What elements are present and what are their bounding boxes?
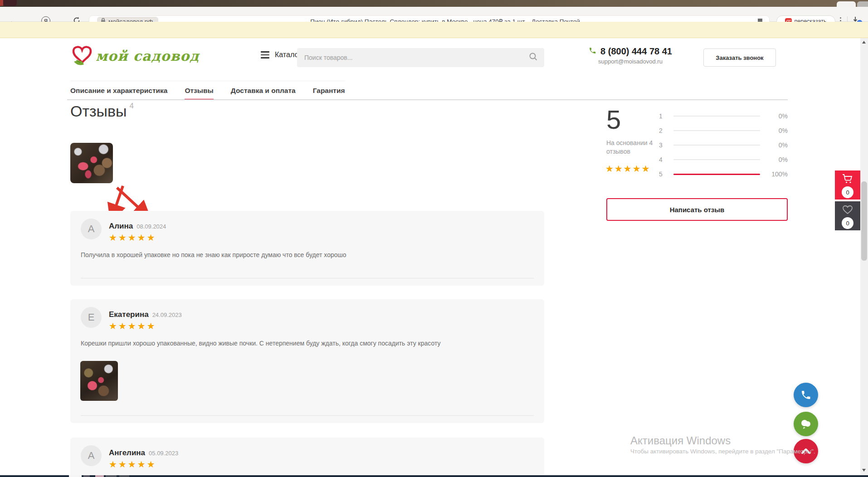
distribution-bar [673, 145, 760, 146]
distribution-row: 4 0% [659, 152, 788, 167]
catalog-button[interactable]: Каталог [261, 51, 301, 59]
distribution-star-label: 5 [659, 170, 666, 178]
avatar: Е [81, 307, 102, 328]
chat-icon [800, 418, 812, 430]
distribution-row: 1 0% [659, 109, 788, 123]
distribution-star-label: 4 [659, 156, 666, 163]
tab-strip-accent [0, 0, 3, 6]
review-attached-photo[interactable] [80, 361, 118, 401]
logo-heart-icon [70, 44, 94, 68]
browser-toolbar: ← Я мойсадовод.рф Пион (Ито-гибрид) Паст… [0, 7, 868, 22]
review-stars: ★★★★★ [109, 232, 156, 243]
rating-distribution: 1 0% 2 0% 3 0% 4 0% 5 100% [659, 109, 788, 181]
review-divider [81, 415, 534, 416]
distribution-bar [673, 174, 760, 175]
scrollbar-up-arrow[interactable] [862, 41, 866, 44]
distribution-star-label: 3 [659, 141, 666, 149]
distribution-bar [673, 159, 760, 160]
distribution-percent: 0% [767, 127, 788, 134]
search-box [297, 48, 544, 67]
rating-based-on: На основании 4 отзывов [606, 139, 661, 156]
tab-delivery[interactable]: Доставка и оплата [231, 82, 296, 100]
tab-description[interactable]: Описание и характеристика [70, 82, 167, 100]
review-divider [81, 278, 534, 278]
hamburger-icon [261, 51, 269, 58]
site-page: мой садовод Каталог 8 (800) 444 78 41 su… [0, 38, 868, 475]
active-tab-top [837, 1, 856, 7]
call-float-button[interactable] [794, 383, 818, 407]
tab-warranty[interactable]: Гарантия [313, 82, 345, 100]
wishlist-widget[interactable]: 0 [835, 201, 860, 230]
taskbar-edge [0, 475, 868, 477]
avatar: А [81, 219, 102, 239]
review-date: 08.09.2024 [137, 223, 166, 230]
scrollbar-down-arrow[interactable] [862, 469, 866, 472]
distribution-percent: 100% [767, 170, 788, 178]
callback-button[interactable]: Заказать звонок [703, 49, 776, 67]
distribution-row: 2 0% [659, 123, 788, 138]
reviews-count: 4 [130, 102, 134, 110]
product-tabs: Описание и характеристика Отзывы Доставк… [70, 81, 345, 100]
cart-widget[interactable]: 0 [835, 170, 860, 200]
review-date: 24.09.2023 [152, 312, 182, 318]
scrollbar-thumb[interactable] [861, 181, 867, 261]
browser-tab-strip [0, 0, 868, 7]
distribution-star-label: 2 [659, 127, 666, 134]
reviewer-name: Алина08.09.2024 [109, 222, 166, 231]
review-stars: ★★★★★ [109, 459, 156, 470]
review-text: Корешки пришли хорошо упакованные, видно… [81, 339, 526, 348]
reviews-title: Отзывы4 [70, 102, 134, 120]
phone-icon [589, 47, 596, 56]
windows-activation-text: Чтобы активировать Windows, перейдите в … [630, 448, 815, 455]
heart-icon [842, 205, 853, 216]
wishlist-count-badge: 0 [842, 217, 853, 229]
search-icon[interactable] [529, 52, 538, 63]
review-card: Е Екатерина24.09.2023 ★★★★★ Корешки приш… [70, 299, 544, 423]
distribution-bar [673, 130, 760, 131]
review-date: 05.09.2023 [149, 450, 178, 457]
phone-icon [800, 389, 811, 400]
browser-tab-partial-right[interactable] [857, 1, 868, 7]
review-card: А Ангелина05.09.2023 ★★★★★ [70, 438, 544, 475]
rating-score: 5 [606, 104, 621, 135]
review-photo-thumbnail[interactable] [70, 143, 113, 183]
distribution-percent: 0% [767, 141, 788, 149]
tabs-divider [67, 99, 788, 100]
phone-number[interactable]: 8 (800) 444 78 41 [600, 46, 672, 57]
tab-reviews[interactable]: Отзывы [185, 82, 213, 100]
review-stars: ★★★★★ [109, 321, 156, 331]
site-logo[interactable]: мой садовод [70, 44, 199, 68]
review-text: Получила в хорошей упаковке но пока не з… [81, 251, 526, 260]
reviewer-name: Екатерина24.09.2023 [109, 310, 182, 319]
screen: ← Я мойсадовод.рф Пион (Ито-гибрид) Паст… [0, 0, 868, 477]
search-input[interactable] [303, 54, 529, 62]
reviewer-name: Ангелина05.09.2023 [109, 448, 178, 458]
distribution-percent: 0% [767, 156, 788, 163]
browser-tab-partial[interactable] [3, 0, 17, 6]
distribution-row: 3 0% [659, 138, 788, 152]
distribution-bar [673, 116, 760, 117]
review-card: А Алина08.09.2024 ★★★★★ Получила в хорош… [70, 211, 544, 286]
cart-count-badge: 0 [842, 186, 853, 198]
distribution-row: 5 100% [659, 167, 788, 181]
write-review-button[interactable]: Написать отзыв [606, 198, 788, 221]
logo-text: мой садовод [96, 48, 199, 64]
cart-icon [842, 174, 853, 185]
distribution-star-label: 1 [659, 112, 666, 120]
contact-block: 8 (800) 444 78 41 support@moisadovod.ru [583, 46, 678, 65]
yandex-offer-bar: Y Найдены другие предложения по запросу … [0, 22, 868, 38]
distribution-percent: 0% [767, 112, 788, 120]
windows-activation-title: Активация Windows [630, 434, 731, 447]
support-email[interactable]: support@moisadovod.ru [583, 58, 678, 65]
scrollbar[interactable] [860, 38, 868, 475]
avatar: А [81, 445, 102, 466]
chat-float-button[interactable] [794, 412, 818, 436]
rating-stars: ★★★★★ [605, 163, 651, 174]
